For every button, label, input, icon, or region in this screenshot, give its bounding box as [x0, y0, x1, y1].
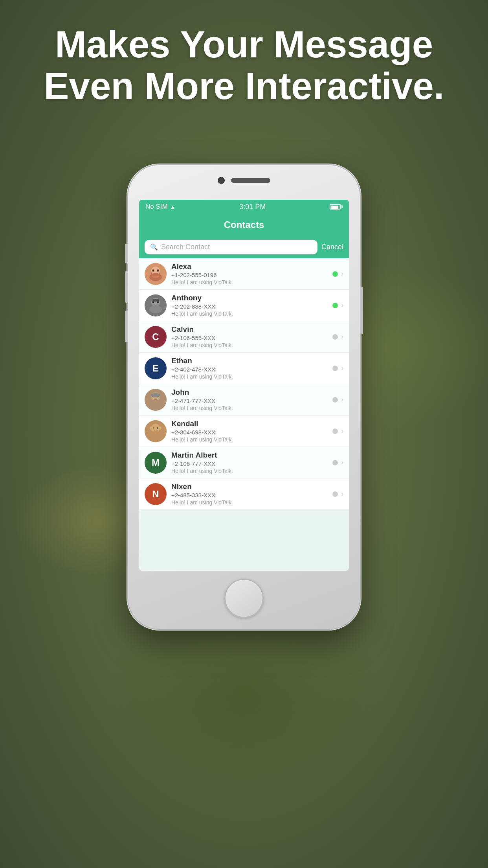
contact-status-msg: Hello! I am using VioTalk. — [171, 405, 328, 411]
contact-item[interactable]: Kendall +2-304-698-XXX Hello! I am using… — [139, 416, 349, 447]
chevron-right-icon: › — [341, 458, 343, 467]
contact-name: Ethan — [171, 357, 328, 365]
contact-right: › — [332, 301, 343, 309]
status-bar: No SIM ▲ 3:01 PM — [139, 200, 349, 214]
chevron-right-icon: › — [341, 490, 343, 498]
search-input-wrap[interactable]: 🔍 Search Contact — [145, 240, 317, 254]
svg-point-25 — [149, 431, 162, 439]
volume-up-button — [125, 271, 128, 303]
contact-status-msg: Hello! I am using VioTalk. — [171, 436, 328, 443]
contact-right: › — [332, 270, 343, 278]
svg-point-20 — [151, 393, 160, 397]
search-bar-container: 🔍 Search Contact Cancel — [139, 236, 349, 258]
contact-item[interactable]: John +2-471-777-XXX Hello! I am using Vi… — [139, 384, 349, 416]
contact-phone: +2-485-333-XXX — [171, 492, 328, 498]
chevron-right-icon: › — [341, 364, 343, 372]
nav-title: Contacts — [224, 219, 264, 230]
online-indicator — [332, 303, 338, 308]
online-indicator — [332, 366, 338, 371]
search-icon: 🔍 — [150, 243, 158, 251]
contact-info: Calvin +2-106-555-XXX Hello! I am using … — [171, 325, 328, 348]
contact-item[interactable]: Anthony +2-202-888-XXX Hello! I am using… — [139, 290, 349, 321]
nav-bar: Contacts — [139, 214, 349, 236]
online-indicator — [332, 460, 338, 465]
no-sim-label: No SIM — [145, 203, 168, 211]
phone-screen: No SIM ▲ 3:01 PM Contacts — [139, 200, 349, 571]
contact-info: Anthony +2-202-888-XXX Hello! I am using… — [171, 294, 328, 317]
front-camera — [218, 177, 225, 184]
contact-status-msg: Hello! I am using VioTalk. — [171, 468, 328, 474]
phone-body: No SIM ▲ 3:01 PM Contacts — [128, 165, 360, 629]
contact-name: John — [171, 388, 328, 397]
contact-phone: +2-106-777-XXX — [171, 460, 328, 467]
contact-name: Calvin — [171, 325, 328, 334]
volume-down-button — [125, 311, 128, 342]
earpiece — [231, 178, 270, 183]
contact-item[interactable]: C Calvin +2-106-555-XXX Hello! I am usin… — [139, 321, 349, 353]
contact-avatar — [145, 420, 167, 442]
contact-status-msg: Hello! I am using VioTalk. — [171, 499, 328, 506]
contact-avatar: M — [145, 452, 167, 474]
online-indicator — [332, 491, 338, 497]
contact-phone: +2-402-478-XXX — [171, 366, 328, 373]
contact-item[interactable]: E Ethan +2-402-478-XXX Hello! I am using… — [139, 353, 349, 384]
contact-phone: +2-202-888-XXX — [171, 303, 328, 310]
contact-status-msg: Hello! I am using VioTalk. — [171, 373, 328, 380]
wifi-icon: ▲ — [170, 204, 176, 210]
contact-info: John +2-471-777-XXX Hello! I am using Vi… — [171, 388, 328, 411]
phone-mockup: No SIM ▲ 3:01 PM Contacts — [128, 165, 360, 629]
contact-phone: +2-471-777-XXX — [171, 397, 328, 404]
chevron-right-icon: › — [341, 301, 343, 309]
status-left: No SIM ▲ — [145, 203, 176, 211]
svg-point-6 — [157, 270, 159, 271]
contact-name: Martin Albert — [171, 451, 328, 460]
contact-phone: +2-304-698-XXX — [171, 429, 328, 436]
contact-avatar: N — [145, 483, 167, 505]
svg-rect-14 — [152, 299, 159, 301]
contact-info: Martin Albert +2-106-777-XXX Hello! I am… — [171, 451, 328, 474]
chevron-right-icon: › — [341, 395, 343, 404]
contact-right: › — [332, 333, 343, 341]
status-right — [330, 204, 343, 210]
contact-avatar — [145, 263, 167, 285]
contact-info: Kendall +2-304-698-XXX Hello! I am using… — [171, 419, 328, 443]
phone-top-notch — [201, 177, 287, 184]
battery-fill — [331, 206, 338, 209]
search-placeholder: Search Contact — [161, 243, 210, 251]
mute-button — [125, 244, 128, 263]
contact-phone: +2-106-555-XXX — [171, 335, 328, 341]
contact-right: › — [332, 490, 343, 498]
contact-info: Alexa +1-202-555-0196 Hello! I am using … — [171, 262, 328, 285]
battery-body — [330, 204, 341, 210]
contact-item[interactable]: N Nixen +2-485-333-XXX Hello! I am using… — [139, 478, 349, 510]
online-indicator — [332, 397, 338, 403]
contact-info: Nixen +2-485-333-XXX Hello! I am using V… — [171, 482, 328, 506]
contact-info: Ethan +2-402-478-XXX Hello! I am using V… — [171, 357, 328, 380]
battery-indicator — [330, 204, 343, 210]
battery-tip — [341, 205, 343, 208]
contact-status-msg: Hello! I am using VioTalk. — [171, 342, 328, 348]
svg-point-26 — [150, 426, 154, 430]
contact-item[interactable]: Alexa +1-202-555-0196 Hello! I am using … — [139, 258, 349, 290]
chevron-right-icon: › — [341, 270, 343, 278]
home-button[interactable] — [224, 579, 264, 618]
contact-item[interactable]: M Martin Albert +2-106-777-XXX Hello! I … — [139, 447, 349, 478]
contact-name: Anthony — [171, 294, 328, 302]
svg-point-5 — [152, 270, 154, 271]
contact-name: Alexa — [171, 262, 328, 271]
contact-name: Nixen — [171, 482, 328, 491]
contact-phone: +1-202-555-0196 — [171, 272, 328, 278]
headline-text: Makes Your Message Even More Interactive… — [24, 24, 464, 107]
contact-list: Alexa +1-202-555-0196 Hello! I am using … — [139, 258, 349, 570]
contact-avatar: C — [145, 326, 167, 348]
cancel-button[interactable]: Cancel — [321, 243, 343, 251]
contact-status-msg: Hello! I am using VioTalk. — [171, 279, 328, 285]
svg-point-13 — [149, 305, 162, 313]
contact-right: › — [332, 364, 343, 372]
contact-avatar: E — [145, 357, 167, 379]
svg-point-27 — [158, 426, 161, 430]
contact-right: › — [332, 395, 343, 404]
contact-right: › — [332, 427, 343, 435]
contact-avatar — [145, 294, 167, 316]
contact-right: › — [332, 458, 343, 467]
